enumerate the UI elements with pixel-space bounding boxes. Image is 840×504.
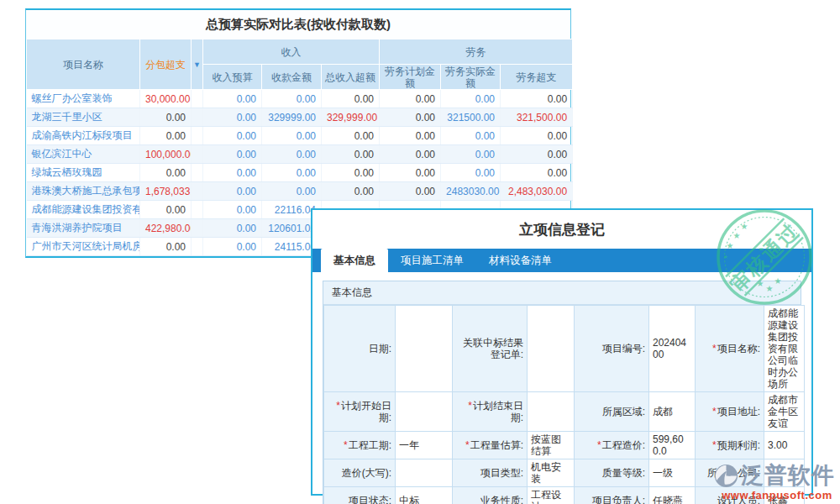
field-value[interactable] bbox=[528, 392, 575, 432]
amount-cell: 0.00 bbox=[140, 108, 192, 127]
section-title-basic-info: 基本信息 bbox=[323, 281, 801, 305]
field-label: 造价(大写): bbox=[324, 459, 396, 487]
field-label: *预期利润: bbox=[696, 432, 764, 459]
project-name-link[interactable]: 银亿滨江中心 bbox=[27, 145, 140, 164]
amount-cell: 0.00 bbox=[501, 145, 573, 164]
field-value[interactable]: 3.00 bbox=[764, 432, 805, 459]
spacer-cell bbox=[192, 238, 203, 256]
amount-cell: 0.00 bbox=[380, 127, 441, 145]
field-value[interactable]: 中标 bbox=[396, 487, 453, 504]
col-header-total-income-excess: 总收入超额 bbox=[322, 65, 380, 90]
amount-cell: 2,483,030.00 bbox=[501, 182, 573, 201]
field-value[interactable]: 20240400 bbox=[649, 306, 696, 392]
amount-cell: 0.00 bbox=[322, 90, 380, 108]
field-value[interactable]: 机电安装 bbox=[528, 459, 575, 487]
amount-cell: 0.00 bbox=[380, 182, 441, 201]
field-value[interactable]: 按蓝图结算 bbox=[528, 432, 575, 459]
field-value[interactable] bbox=[396, 306, 453, 392]
form-row: *计划开始日期:*计划结束日期:所属区域:成都*项目地址:成都市金牛区友谊 bbox=[324, 392, 805, 432]
amount-cell: 321,500.00 bbox=[501, 108, 573, 127]
tab-basic-info[interactable]: 基本信息 bbox=[321, 249, 388, 272]
field-value[interactable]: 成都市金牛区友谊 bbox=[764, 392, 805, 432]
project-name-link[interactable]: 成都能源建设集团投资有限公司 bbox=[27, 201, 140, 219]
amount-cell: 0.00 bbox=[203, 164, 262, 182]
table-row: 龙湖三千里小区0.000.00329999.00329,999.000.0032… bbox=[27, 108, 573, 127]
amount-cell: 0.00 bbox=[262, 164, 322, 182]
sort-arrow-icon[interactable]: ▼ bbox=[192, 39, 203, 90]
project-name-link[interactable]: 螺丝厂办公室装饰 bbox=[27, 90, 140, 108]
amount-cell: 0.00 bbox=[501, 127, 573, 145]
amount-cell: 0.00 bbox=[380, 90, 441, 108]
amount-cell: 0.00 bbox=[140, 127, 192, 145]
project-name-link[interactable]: 龙湖三千里小区 bbox=[27, 108, 140, 127]
amount-cell: 0.00 bbox=[140, 238, 192, 256]
field-value[interactable]: 成都 bbox=[649, 392, 696, 432]
amount-cell: 0.00 bbox=[140, 164, 192, 182]
amount-cell: 321500.00 bbox=[441, 108, 501, 127]
col-header-project: 项目名称 bbox=[27, 39, 140, 90]
field-value[interactable] bbox=[396, 459, 453, 487]
amount-cell: 0.00 bbox=[380, 108, 441, 127]
project-name-link[interactable]: 港珠澳大桥施工总承包项目 bbox=[27, 182, 140, 201]
amount-cell: 0.00 bbox=[262, 145, 322, 164]
amount-cell: 0.00 bbox=[441, 127, 501, 145]
amount-cell: 0.00 bbox=[322, 182, 380, 201]
project-name-link[interactable]: 绿城云栖玫瑰园 bbox=[27, 164, 140, 182]
field-label: *项目名称: bbox=[696, 306, 764, 392]
amount-cell: 0.00 bbox=[203, 90, 262, 108]
amount-cell: 1,678,033.00 bbox=[140, 182, 192, 201]
form-window-title: 立项信息登记 bbox=[312, 210, 811, 249]
field-label: *计划开始日期: bbox=[324, 392, 396, 432]
required-asterisk: * bbox=[344, 439, 348, 451]
project-name-link[interactable]: 青海洪湖养护院项目 bbox=[27, 219, 140, 238]
col-header-income-budget: 收入预算 bbox=[203, 65, 262, 90]
field-value[interactable]: 一级 bbox=[649, 459, 696, 487]
amount-cell: 0.00 bbox=[203, 108, 262, 127]
field-label: *工程量估算: bbox=[453, 432, 528, 459]
amount-cell: 0.00 bbox=[203, 127, 262, 145]
fanpu-logo: 泛普软件 www.fanpusoft.com bbox=[714, 460, 840, 501]
field-value[interactable]: 工程设计 bbox=[528, 487, 575, 504]
project-name-link[interactable]: 广州市天河区统计局机房改造 bbox=[27, 238, 140, 256]
amount-cell: 0.00 bbox=[262, 127, 322, 145]
amount-cell: 0.00 bbox=[322, 164, 380, 182]
spacer-cell bbox=[192, 90, 203, 108]
field-label: *工程工期: bbox=[324, 432, 396, 459]
project-registration-window: 立项信息登记 基本信息 项目施工清单 材料设备清单 基本信息 日期:关联中标结果… bbox=[311, 208, 813, 496]
field-value[interactable]: 成都能源建设集团投资有限公司临时办公场所 bbox=[764, 306, 805, 392]
field-label: 项目状态: bbox=[324, 487, 396, 504]
fanpu-logo-url: www.fanpusoft.com bbox=[714, 489, 840, 501]
spacer-cell bbox=[192, 127, 203, 145]
field-label: 质量等级: bbox=[575, 459, 649, 487]
field-label: *项目地址: bbox=[696, 392, 764, 432]
field-value[interactable]: 任晓燕 bbox=[649, 487, 696, 504]
amount-cell: 0.00 bbox=[203, 182, 262, 201]
field-value[interactable] bbox=[396, 392, 453, 432]
amount-cell: 0.00 bbox=[380, 164, 441, 182]
spacer-cell bbox=[192, 201, 203, 219]
table-row: 螺丝厂办公室装饰30,000.000.000.000.000.000.000.0… bbox=[27, 90, 573, 108]
spacer-cell bbox=[192, 108, 203, 127]
col-header-received-amount: 收款金额 bbox=[262, 65, 322, 90]
col-header-subcontract-overspend[interactable]: 分包超支 bbox=[140, 39, 192, 90]
required-asterisk: * bbox=[468, 400, 472, 412]
field-value[interactable]: 一年 bbox=[396, 432, 453, 459]
field-value[interactable]: 599,600.0 bbox=[649, 432, 696, 459]
amount-cell: 0.00 bbox=[140, 201, 192, 219]
col-group-income: 收入 bbox=[203, 39, 380, 65]
spacer-cell bbox=[192, 145, 203, 164]
spacer-cell bbox=[192, 219, 203, 238]
project-name-link[interactable]: 成渝高铁内江标段项目 bbox=[27, 127, 140, 145]
fanpu-logo-icon bbox=[714, 464, 738, 488]
amount-cell: 0.00 bbox=[501, 164, 573, 182]
spacer-cell bbox=[192, 182, 203, 201]
col-header-labor-actual: 劳务实际金额 bbox=[441, 65, 501, 90]
field-value[interactable] bbox=[528, 306, 575, 392]
budget-table-title: 总预算实际对比表(按收付款取数) bbox=[26, 10, 570, 39]
field-label: 所属区域: bbox=[575, 392, 649, 432]
field-label: *工程造价: bbox=[575, 432, 649, 459]
required-asterisk: * bbox=[597, 439, 601, 451]
tab-construction-list[interactable]: 项目施工清单 bbox=[388, 249, 476, 272]
form-row: *工程工期:一年*工程量估算:按蓝图结算*工程造价:599,600.0*预期利润… bbox=[324, 432, 805, 459]
tab-material-equipment-list[interactable]: 材料设备清单 bbox=[476, 249, 564, 272]
